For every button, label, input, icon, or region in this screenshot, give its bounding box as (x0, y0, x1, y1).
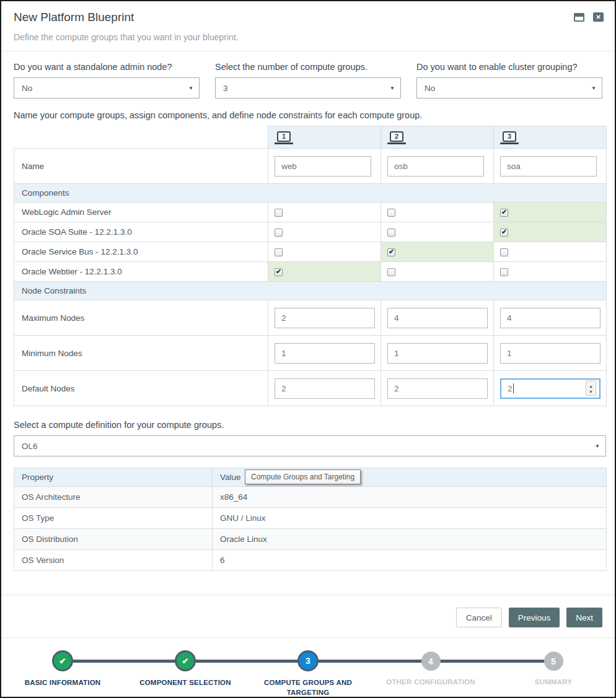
group-number: 2 (390, 131, 403, 142)
group-2-name-input[interactable] (387, 156, 484, 177)
property-value: x86_64 (213, 487, 607, 508)
page-title: New Platform Blueprint (14, 11, 602, 24)
component-checkbox[interactable] (500, 268, 508, 276)
header-divider (1, 51, 615, 51)
property-name: OS Architecture (14, 487, 213, 508)
select-value: OL6 (22, 442, 38, 451)
wizard-stepper: ✔ BASIC INFORMATION ✔ COMPONENT SELECTIO… (1, 650, 615, 697)
step-circle[interactable]: ✔ (52, 650, 73, 671)
compute-definition-select[interactable]: OL6 (14, 435, 606, 456)
component-checkbox[interactable] (275, 248, 283, 256)
min-nodes-input[interactable]: 1▲▼ (500, 343, 601, 364)
min-nodes-input[interactable]: 1▲▼ (275, 343, 375, 364)
component-row: WebLogic Admin Server (14, 203, 607, 222)
step-circle[interactable]: 3 (297, 650, 319, 671)
constraint-row: Minimum Nodes 1▲▼ 1▲▼ 1▲▼ (14, 336, 607, 371)
compute-definition-label: Select a compute definition for your com… (14, 420, 602, 430)
component-label: Oracle SOA Suite - 12.2.1.3.0 (14, 222, 268, 242)
step-label: SUMMARY (535, 678, 572, 687)
step-circle[interactable]: 5 (544, 652, 563, 671)
component-checkbox[interactable] (387, 268, 395, 276)
min-nodes-input[interactable]: 1▲▼ (387, 343, 488, 364)
max-nodes-input[interactable]: 4▲▼ (500, 308, 601, 328)
step-label: COMPUTE GROUPS AND TARGETING (253, 678, 363, 697)
window-controls (574, 12, 604, 22)
maximize-icon[interactable] (574, 13, 584, 22)
constraint-row: Maximum Nodes 2▲▼ 4▲▼ 4▲▼ (14, 300, 607, 336)
compute-groups-count-select[interactable]: 3 (215, 77, 401, 98)
cluster-grouping-select[interactable]: No (416, 77, 602, 98)
laptop-icon: 2 (387, 131, 406, 144)
close-icon[interactable] (593, 12, 604, 22)
constraint-label: Default Nodes (14, 371, 268, 406)
property-name: OS Type (14, 508, 213, 529)
name-row: Name (14, 149, 607, 184)
dialog-content: Do you want a standalone admin node? No … (1, 62, 615, 571)
admin-node-select[interactable]: No (14, 77, 200, 98)
component-checkbox[interactable] (500, 248, 508, 256)
footer-buttons: Cancel Previous Next (1, 595, 615, 627)
component-checkbox[interactable] (500, 209, 508, 217)
component-row: Oracle SOA Suite - 12.2.1.3.0 (14, 222, 607, 242)
question-label: Do you want to enable cluster grouping? (416, 62, 602, 72)
question-label: Do you want a standalone admin node? (14, 62, 200, 72)
components-section-row: Components (14, 184, 607, 203)
step-compute-groups-and-targeting: 3 COMPUTE GROUPS AND TARGETING (247, 650, 369, 697)
property-row: OS Version 6 (14, 550, 607, 571)
group-1-header: 1 (268, 126, 381, 149)
default-nodes-input[interactable]: 2▲▼ (387, 378, 488, 399)
step-label: BASIC INFORMATION (25, 678, 101, 688)
group-number: 3 (503, 131, 516, 142)
property-column-header: Property (14, 468, 213, 487)
component-row: Oracle Service Bus - 12.2.1.3.0 (14, 242, 607, 262)
component-checkbox[interactable] (275, 268, 283, 276)
component-checkbox[interactable] (275, 209, 283, 217)
component-label: Oracle Service Bus - 12.2.1.3.0 (14, 242, 268, 262)
property-value: 6 (213, 550, 607, 571)
component-checkbox[interactable] (387, 209, 395, 217)
step-circle[interactable]: 4 (421, 652, 441, 671)
constraint-label: Minimum Nodes (14, 336, 268, 371)
step-label: OTHER CONFIGURATION (386, 678, 475, 687)
property-name: OS Distribution (14, 529, 213, 550)
default-nodes-input[interactable]: 2▲▼ (275, 378, 375, 399)
question-admin-node: Do you want a standalone admin node? No (14, 62, 200, 98)
laptop-icon: 1 (275, 131, 293, 144)
component-row: Oracle Webtier - 12.2.1.3.0 (14, 262, 607, 282)
property-value: GNU / Linux (213, 508, 607, 529)
group-header-row: 1 2 3 (14, 126, 607, 149)
group-3-header: 3 (494, 126, 607, 149)
cancel-button[interactable]: Cancel (456, 608, 502, 627)
previous-button[interactable]: Previous (509, 608, 560, 627)
select-value: No (425, 84, 435, 93)
dialog-subtitle: Define the compute groups that you want … (14, 32, 602, 42)
chevron-down-icon (595, 443, 600, 449)
max-nodes-input[interactable]: 2▲▼ (275, 308, 375, 328)
step-basic-information: ✔ BASIC INFORMATION (1, 650, 124, 697)
number-spinner[interactable]: ▲▼ (586, 381, 596, 396)
group-2-header: 2 (381, 126, 494, 149)
group-3-name-input[interactable] (500, 156, 597, 177)
dialog-header: New Platform Blueprint Define the comput… (1, 1, 615, 42)
component-checkbox[interactable] (387, 248, 395, 256)
groups-instruction: Name your compute groups, assign compone… (14, 110, 602, 120)
component-checkbox[interactable] (275, 229, 283, 237)
group-1-name-input[interactable] (275, 156, 371, 177)
component-checkbox[interactable] (500, 229, 508, 237)
property-name: OS Version (14, 550, 213, 571)
default-nodes-input[interactable]: 2▲▼ (500, 378, 601, 399)
step-label: COMPONENT SELECTION (139, 678, 231, 688)
step-circle[interactable]: ✔ (175, 650, 196, 671)
question-label: Select the number of compute groups. (215, 62, 401, 72)
step-other-configuration: 4 OTHER CONFIGURATION (369, 650, 492, 697)
node-constraints-section-row: Node Constraints (14, 282, 607, 300)
property-row: OS Distribution Oracle Linux (14, 529, 607, 550)
constraint-label: Maximum Nodes (14, 300, 268, 336)
group-number: 1 (277, 131, 291, 142)
next-button[interactable]: Next (566, 608, 602, 627)
laptop-icon: 3 (500, 131, 519, 144)
max-nodes-input[interactable]: 4▲▼ (387, 308, 488, 328)
component-checkbox[interactable] (387, 229, 395, 237)
chevron-down-icon (188, 85, 193, 91)
property-row: OS Architecture x86_64 (14, 487, 607, 508)
